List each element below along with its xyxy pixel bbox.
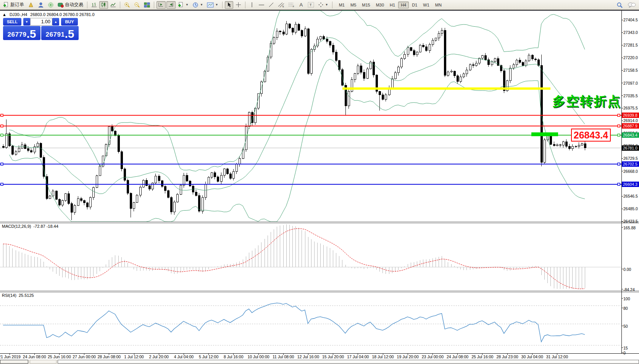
- timeframe-button-h4[interactable]: H4: [398, 2, 409, 8]
- timeframe-button-m15[interactable]: M15: [359, 2, 373, 8]
- candlestick-button[interactable]: [99, 1, 108, 9]
- crosshair-button[interactable]: [234, 1, 243, 9]
- buy-price-frac: .5: [65, 28, 74, 40]
- line-handle[interactable]: [618, 183, 620, 185]
- macd-values: -72.87 -18.44: [33, 224, 58, 229]
- new-chart-button[interactable]: ▼: [176, 1, 190, 9]
- signals-icon: [48, 2, 54, 8]
- vertical-line-button[interactable]: [248, 1, 256, 9]
- autotrading-button[interactable]: 自动交易: [56, 1, 85, 9]
- volume-up-button[interactable]: ▲: [52, 18, 59, 26]
- accounts-icon: [38, 2, 44, 8]
- tile-windows-button[interactable]: [142, 1, 152, 9]
- auto-scroll-icon: [158, 2, 164, 8]
- buy-button[interactable]: BUY: [61, 18, 78, 26]
- fibonacci-button[interactable]: F: [287, 1, 296, 9]
- macd-tick-label: -84.24: [623, 287, 635, 292]
- sell-button[interactable]: SELL: [3, 18, 21, 26]
- timeframe-button-w1[interactable]: W1: [420, 2, 432, 8]
- chart-tab[interactable]: [58, 360, 639, 364]
- line-handle[interactable]: [618, 114, 620, 116]
- line-chart-button[interactable]: [109, 1, 118, 9]
- time-axis-label: 19 Jul 20:00: [397, 354, 419, 359]
- line-handle[interactable]: [1, 125, 3, 127]
- level-price-label[interactable]: 26702.5: [622, 161, 639, 167]
- text-button[interactable]: A: [297, 1, 305, 9]
- line-handle[interactable]: [618, 134, 620, 136]
- time-axis-label: 21 Jun 2019: [0, 354, 21, 359]
- zoom-in-icon: [124, 2, 130, 8]
- price-tick-label: 26914.0: [623, 118, 638, 123]
- line-handle[interactable]: [1, 163, 3, 165]
- bar-chart-button[interactable]: [90, 1, 98, 9]
- bottom-tab-strip: [0, 360, 639, 364]
- line-handle[interactable]: [1, 183, 3, 185]
- volume-down-button[interactable]: ▼: [23, 18, 30, 26]
- toolbar-separator: [154, 2, 154, 8]
- green-highlight-segment[interactable]: [531, 132, 558, 136]
- timeframe-button-h1[interactable]: H1: [387, 2, 398, 8]
- collapse-marker-icon: ▲: [2, 12, 6, 17]
- templates-dropdown-button[interactable]: ▼: [205, 1, 220, 9]
- timeframe-button-m30[interactable]: M30: [373, 2, 387, 8]
- label-button[interactable]: T: [306, 1, 316, 9]
- channel-button[interactable]: E: [276, 1, 286, 9]
- zoom-in-button[interactable]: [123, 1, 132, 9]
- accounts-button[interactable]: [36, 1, 45, 9]
- time-axis-label: 11 Jul 08:00: [273, 354, 294, 359]
- vertical-line-icon: [250, 2, 254, 8]
- line-handle[interactable]: [1, 114, 3, 116]
- line-handle[interactable]: [618, 163, 620, 165]
- sell-price-frac: .5: [26, 28, 36, 40]
- bollinger-band-u: [9, 11, 585, 171]
- sell-price-button[interactable]: 26779 .5: [3, 26, 40, 40]
- line-handle[interactable]: [1, 134, 3, 136]
- toolbar-separator: [222, 2, 223, 8]
- buy-price-button[interactable]: 26791 .5: [41, 26, 79, 40]
- search-icon[interactable]: [616, 2, 623, 8]
- volume-input[interactable]: [30, 18, 52, 26]
- chat-icon[interactable]: [628, 2, 636, 8]
- new-order-button[interactable]: 新订单: [2, 1, 26, 9]
- trendline-button[interactable]: [267, 1, 276, 9]
- macd-tick-label: 165.88: [623, 225, 636, 230]
- cursor-button[interactable]: [225, 1, 233, 9]
- chart-tab[interactable]: [0, 360, 28, 364]
- chart-shift-button[interactable]: [166, 1, 176, 9]
- svg-text:F: F: [293, 5, 294, 8]
- profiles-button[interactable]: [26, 1, 36, 9]
- turning-point-annotation[interactable]: 多空转折点: [552, 93, 621, 110]
- rsi-tick-label: 80: [623, 306, 628, 311]
- time-axis-label: 23 Jul 00:00: [422, 354, 444, 359]
- level-price-label[interactable]: 26939.8: [622, 113, 639, 118]
- periods-dropdown-button[interactable]: ▼: [191, 1, 205, 9]
- level-price-label[interactable]: 26843.4: [622, 132, 639, 138]
- yellow-support-segment[interactable]: [342, 87, 550, 90]
- line-handle[interactable]: [618, 125, 620, 127]
- horizontal-line-button[interactable]: [257, 1, 266, 9]
- text-icon: A: [299, 2, 303, 8]
- time-axis-label: 4 Jul 04:00: [174, 354, 194, 359]
- crosshair-icon: [236, 2, 241, 8]
- current-price-label: 26781.0: [622, 145, 639, 151]
- rsi-line: [3, 303, 585, 342]
- symbol-ohlc-header[interactable]: ▲DJ30-,H426803.0 26804.0 26780.0 26781.0: [2, 12, 95, 17]
- timeframe-button-d1[interactable]: D1: [409, 2, 420, 8]
- auto-scroll-button[interactable]: [157, 1, 166, 9]
- timeframe-button-m1[interactable]: M1: [336, 2, 347, 8]
- dropdown-caret-icon: ▼: [200, 3, 203, 6]
- level-price-label[interactable]: 26887.9: [622, 123, 639, 129]
- timeframe-button-mn[interactable]: MN: [432, 2, 444, 8]
- price-tick-label: 26729.5: [623, 156, 638, 161]
- zoom-out-button[interactable]: [132, 1, 142, 9]
- one-click-trading-panel: SELL ▼ ▲ BUY 26779 .5 26791 .5: [3, 18, 79, 40]
- autotrading-icon: [58, 2, 64, 8]
- arrows-dropdown-button[interactable]: ▼: [316, 1, 330, 9]
- macd-tick-label: 0.00: [623, 267, 631, 272]
- chart-tab[interactable]: [30, 360, 56, 364]
- signals-button[interactable]: [46, 1, 55, 9]
- timeframe-button-m5[interactable]: M5: [348, 2, 359, 8]
- horizontal-line-icon: [258, 2, 265, 8]
- price-callout-box[interactable]: 26843.4: [571, 129, 611, 142]
- level-price-label[interactable]: 26604.3: [622, 182, 639, 187]
